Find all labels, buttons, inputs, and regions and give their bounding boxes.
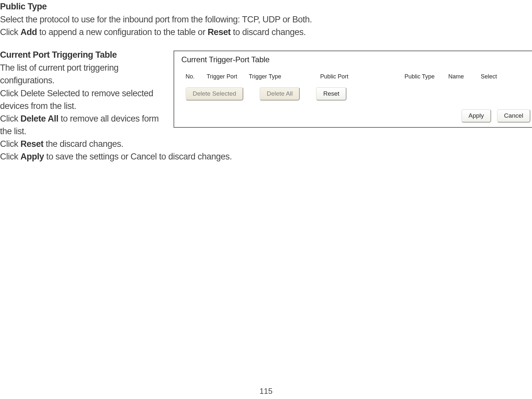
col-no: No. (186, 73, 207, 80)
trigger-port-table-panel: Current Trigger-Port Table No. Trigger P… (174, 51, 532, 128)
col-name: Name (448, 73, 481, 80)
text-fragment: Click (0, 27, 20, 37)
panel-title: Current Trigger-Port Table (174, 51, 532, 67)
triggering-description: The list of current port triggering conf… (0, 62, 164, 87)
public-type-instruction: Click Add to append a new configuration … (0, 26, 532, 39)
delete-selected-text: Click Delete Selected to remove selected… (0, 87, 164, 112)
reset-label: Reset (208, 27, 231, 37)
col-select: Select (481, 73, 507, 80)
add-label: Add (20, 27, 37, 37)
page-number: 115 (260, 387, 272, 396)
reset-text: Click Reset the discard changes. (0, 138, 164, 150)
text-fragment: to save the settings or Cancel to discar… (44, 152, 232, 161)
apply-text: Click Apply to save the settings or Canc… (0, 150, 532, 163)
col-public-port: Public Port (320, 73, 405, 80)
text-fragment: Click (0, 114, 20, 123)
table-header-row: No. Trigger Port Trigger Type Public Por… (174, 67, 532, 87)
apply-button[interactable]: Apply (461, 109, 491, 123)
text-fragment: Click (0, 152, 20, 161)
cancel-button[interactable]: Cancel (497, 109, 530, 123)
public-type-description: Select the protocol to use for the inbou… (0, 13, 532, 26)
delete-all-label: Delete All (20, 114, 58, 123)
col-trigger-port: Trigger Port (207, 73, 249, 80)
reset-label-2: Reset (20, 139, 43, 149)
text-fragment: to append a new configuration to the tab… (37, 27, 208, 37)
text-fragment: Click (0, 139, 20, 149)
current-port-triggering-heading: Current Port Triggering Table (0, 50, 164, 60)
apply-label: Apply (20, 152, 44, 161)
text-fragment: the discard changes. (43, 139, 123, 149)
public-type-heading: Public Type (0, 2, 532, 12)
delete-all-button[interactable]: Delete All (260, 87, 300, 100)
delete-all-text: Click Delete All to remove all devices f… (0, 112, 164, 138)
col-trigger-type: Trigger Type (249, 73, 320, 80)
col-public-type: Public Type (405, 73, 448, 80)
delete-selected-button[interactable]: Delete Selected (186, 87, 243, 100)
text-fragment: to discard changes. (231, 27, 306, 37)
reset-button[interactable]: Reset (316, 87, 346, 100)
